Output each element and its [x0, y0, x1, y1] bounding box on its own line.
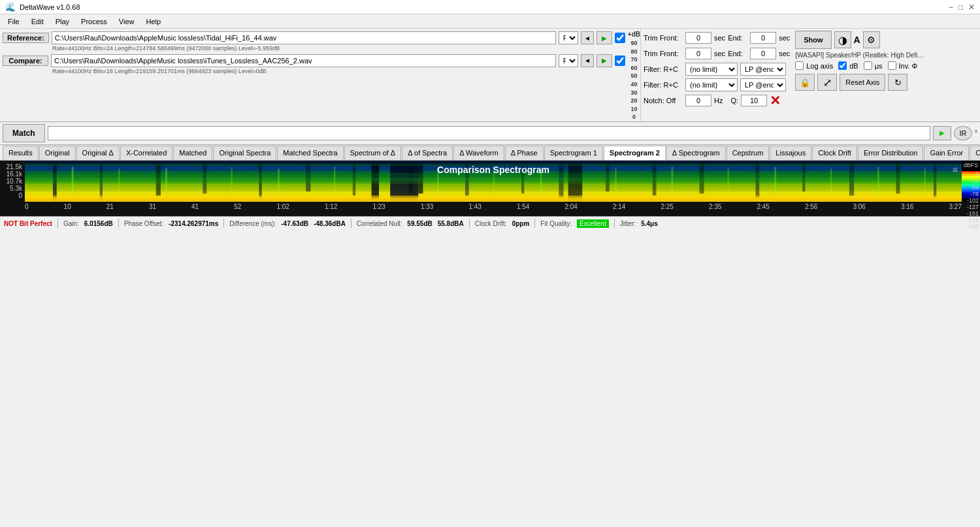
- menu-view[interactable]: View: [114, 16, 140, 27]
- tab-delta-spectrogram[interactable]: Δ Spectrogram: [666, 146, 726, 160]
- menu-process[interactable]: Process: [76, 16, 112, 27]
- notch-value-input[interactable]: [685, 95, 711, 106]
- end-label2: End:: [728, 50, 747, 57]
- trim-front-input2[interactable]: [685, 48, 711, 59]
- menu-help[interactable]: Help: [141, 16, 167, 27]
- filter-select2[interactable]: (no limit): [685, 78, 738, 91]
- reference-info: Rate=44100Hz Bits=24 Length=214784.58049…: [3, 45, 625, 52]
- reference-path-input[interactable]: [52, 31, 556, 44]
- end-input1[interactable]: [750, 32, 776, 44]
- reset-axis-button[interactable]: Reset Axis: [840, 74, 885, 91]
- tab-delta-waveform[interactable]: Δ Waveform: [453, 146, 504, 160]
- end-input2[interactable]: [750, 48, 776, 59]
- tab-original-spectra[interactable]: Original Spectra: [213, 146, 276, 160]
- tab-cepstrum[interactable]: Cepstrum: [727, 146, 770, 160]
- us-checkbox[interactable]: [864, 61, 872, 70]
- gear-button[interactable]: ⚙: [863, 31, 880, 48]
- invphi-checkbox[interactable]: [888, 61, 896, 70]
- maximize-button[interactable]: □: [958, 3, 963, 12]
- refresh-button[interactable]: ↻: [888, 74, 907, 91]
- clock-drift-value: 0ppm: [512, 220, 530, 227]
- reference-arrow-left[interactable]: ◄: [581, 31, 594, 44]
- ir-button[interactable]: IR: [954, 126, 972, 140]
- match-button[interactable]: Match: [3, 124, 45, 142]
- log-axis-checkbox[interactable]: [795, 61, 804, 70]
- tab-corr-null[interactable]: Corr Null: [970, 146, 980, 160]
- db-20: 20: [630, 97, 637, 105]
- menu-play[interactable]: Play: [50, 16, 74, 27]
- x-label-16: 2:45: [757, 203, 769, 210]
- reference-channel-select[interactable]: RLL+R: [559, 31, 578, 44]
- x-label-4: 41: [191, 203, 199, 210]
- tab-spectrogram1[interactable]: Spectrogram 1: [544, 146, 603, 160]
- notch-label: Notch: Off: [644, 97, 683, 104]
- x-label-11: 1:54: [517, 203, 529, 210]
- tab-matched-spectra[interactable]: Matched Spectra: [277, 146, 343, 160]
- notch-q-input[interactable]: [741, 95, 767, 106]
- notch-clear-icon[interactable]: ✕: [770, 93, 781, 108]
- tab-original-delta[interactable]: Original Δ: [76, 146, 120, 160]
- match-play-button[interactable]: ▶: [933, 126, 951, 140]
- tab-delta-spectra[interactable]: Δ of Spectra: [402, 146, 453, 160]
- tab-spectrum-delta[interactable]: Spectrum of Δ: [344, 146, 402, 160]
- invphi-checkbox-row: Inv. Φ: [888, 61, 918, 70]
- tab-results[interactable]: Results: [3, 146, 39, 160]
- compare-play-button[interactable]: ▶: [596, 54, 612, 67]
- lp-select2[interactable]: LP @end: [740, 78, 786, 91]
- title-bar-controls: − □ ✕: [949, 3, 975, 12]
- minimize-button[interactable]: −: [949, 3, 953, 12]
- left-controls: Reference: RLL+R ◄ ▶ Rate=44100Hz Bits=2…: [0, 29, 628, 121]
- ir-deg: °: [975, 129, 977, 136]
- x-label-5: 52: [234, 203, 241, 210]
- gain-value: 6.0156dB: [84, 220, 113, 227]
- x-label-15: 2:35: [709, 203, 721, 210]
- db-60: 60: [630, 64, 637, 72]
- x-axis-inner: 0 10 21 31 41 52 1:02 1:12 1:23 1:33 1:4…: [25, 203, 962, 210]
- tab-original[interactable]: Original: [39, 146, 76, 160]
- reference-checkbox[interactable]: [615, 33, 625, 43]
- spectrogram-settings-icon[interactable]: ≡: [953, 165, 958, 175]
- tab-gain-error[interactable]: Gain Error: [924, 146, 969, 160]
- compare-channel-select[interactable]: RLL+R: [559, 54, 578, 67]
- tab-matched[interactable]: Matched: [173, 146, 212, 160]
- tab-xcorrelated[interactable]: X-Correlated: [120, 146, 172, 160]
- spectrogram-canvas[interactable]: Comparison Spectrogram: [25, 161, 962, 202]
- end-unit1: sec: [779, 34, 790, 42]
- trim-front-input1[interactable]: [685, 32, 711, 44]
- compare-path-input[interactable]: [51, 54, 556, 67]
- y-label-16k: 16.1k: [7, 170, 22, 178]
- tab-error-dist[interactable]: Error Distribution: [858, 146, 924, 160]
- svg-rect-40: [615, 168, 616, 196]
- svg-rect-36: [334, 167, 335, 195]
- color-label-1: -29: [962, 178, 980, 184]
- db-checkbox[interactable]: [838, 61, 847, 70]
- db-90: 90: [630, 39, 637, 48]
- filter-select1[interactable]: (no limit): [685, 63, 738, 76]
- show-button[interactable]: Show: [795, 31, 831, 49]
- compare-arrow-left[interactable]: ◄: [581, 54, 594, 67]
- compare-checkbox[interactable]: [615, 56, 625, 66]
- y-label-10k: 10.7k: [7, 178, 22, 185]
- close-button[interactable]: ✕: [968, 3, 975, 12]
- menu-file[interactable]: File: [3, 16, 25, 27]
- db-checkbox-row: dB: [838, 61, 858, 70]
- tab-clock-drift[interactable]: Clock Drift: [812, 146, 857, 160]
- divider-7: [614, 219, 615, 228]
- x-label-9: 1:33: [421, 203, 433, 210]
- svg-rect-35: [278, 169, 280, 196]
- tab-spectrogram2[interactable]: Spectrogram 2: [604, 146, 666, 160]
- move-button[interactable]: ⤢: [817, 74, 837, 91]
- end-unit2: sec: [779, 50, 790, 57]
- x-label-14: 2:25: [661, 203, 673, 210]
- x-label-19: 3:16: [901, 203, 913, 210]
- tab-lissajous[interactable]: Lissajous: [770, 146, 811, 160]
- db-meter: +dB 90 80 70 60 50 40 30 20 10 0: [628, 29, 640, 121]
- svg-rect-37: [437, 168, 439, 195]
- reference-play-button[interactable]: ▶: [596, 31, 612, 44]
- lp-select1[interactable]: LP @end: [740, 63, 786, 76]
- tab-delta-phase[interactable]: Δ Phase: [505, 146, 544, 160]
- menu-edit[interactable]: Edit: [26, 16, 49, 27]
- lock-button[interactable]: 🔒: [795, 74, 815, 91]
- log-axis-checkbox-row: Log axis: [795, 61, 833, 70]
- theme-button[interactable]: ◑: [834, 31, 851, 48]
